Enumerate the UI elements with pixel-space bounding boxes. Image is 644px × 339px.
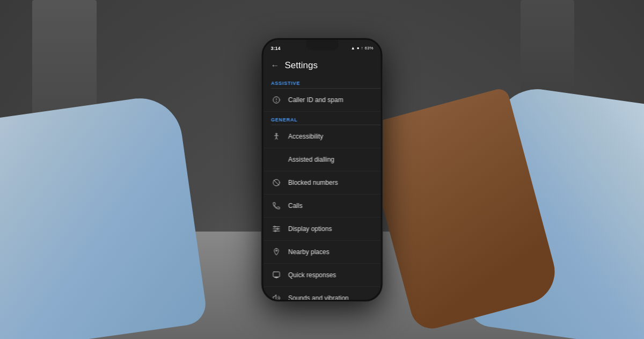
settings-item-display-options[interactable]: Display options [264, 218, 381, 241]
network-icon: ↑ [361, 46, 363, 51]
wifi-icon: ● [357, 46, 360, 51]
svg-point-14 [276, 228, 278, 229]
phone-wrapper: 3:14 ▲ ● ↑ 63% ← Settings ASSISTIVE [262, 38, 383, 301]
back-button[interactable]: ← [271, 61, 280, 70]
settings-item-blocked-numbers[interactable]: Blocked numbers [264, 171, 381, 194]
svg-line-6 [275, 138, 276, 139]
display-options-label: Display options [288, 225, 332, 233]
settings-item-sounds-vibration[interactable]: Sounds and vibration [264, 287, 381, 300]
svg-line-7 [276, 138, 277, 139]
nearby-places-label: Nearby places [288, 248, 330, 256]
section-label-assistive: ASSISTIVE [264, 75, 381, 88]
accessibility-icon [271, 131, 282, 142]
calls-label: Calls [288, 202, 303, 210]
display-options-icon [271, 223, 282, 234]
settings-item-nearby-places[interactable]: Nearby places [264, 241, 381, 264]
settings-header: ← Settings [264, 55, 381, 75]
page-title: Settings [285, 60, 318, 71]
svg-point-16 [275, 250, 277, 251]
section-label-general: GENERAL [264, 112, 381, 125]
settings-item-assisted-dialling[interactable]: Assisted dialling [264, 148, 381, 171]
status-time: 3:14 [271, 46, 281, 51]
svg-point-2 [276, 101, 276, 102]
accessibility-label: Accessibility [288, 133, 323, 140]
signal-icon: ▲ [351, 46, 355, 51]
blocked-icon [271, 177, 282, 188]
phone-screen: 3:14 ▲ ● ↑ 63% ← Settings ASSISTIVE [264, 40, 381, 300]
settings-item-calls[interactable]: Calls [264, 194, 381, 218]
svg-point-13 [274, 226, 275, 227]
svg-point-15 [274, 230, 276, 232]
settings-list: ASSISTIVE Caller ID and spam GENERAL [264, 75, 381, 300]
nearby-places-icon [271, 247, 282, 257]
sounds-vibration-label: Sounds and vibration [288, 294, 349, 300]
svg-marker-20 [273, 295, 276, 300]
caller-id-label: Caller ID and spam [288, 96, 343, 104]
svg-rect-17 [273, 272, 280, 277]
settings-item-accessibility[interactable]: Accessibility [264, 125, 381, 148]
assisted-dialling-icon [271, 154, 282, 165]
settings-item-caller-id[interactable]: Caller ID and spam [264, 89, 381, 112]
sounds-vibration-icon [271, 293, 282, 300]
phone-device: 3:14 ▲ ● ↑ 63% ← Settings ASSISTIVE [262, 38, 383, 301]
calls-icon [271, 200, 282, 211]
phone-notch [306, 40, 338, 51]
quick-responses-icon [271, 270, 282, 280]
settings-item-quick-responses[interactable]: Quick responses [264, 264, 381, 287]
quick-responses-label: Quick responses [288, 271, 336, 279]
caller-id-icon [271, 95, 282, 105]
blocked-numbers-label: Blocked numbers [288, 179, 338, 186]
battery-icon: 63% [364, 46, 373, 51]
svg-line-9 [274, 180, 279, 185]
status-icons: ▲ ● ↑ 63% [351, 46, 374, 51]
leg-left [0, 93, 208, 339]
assisted-dialling-label: Assisted dialling [288, 156, 334, 163]
